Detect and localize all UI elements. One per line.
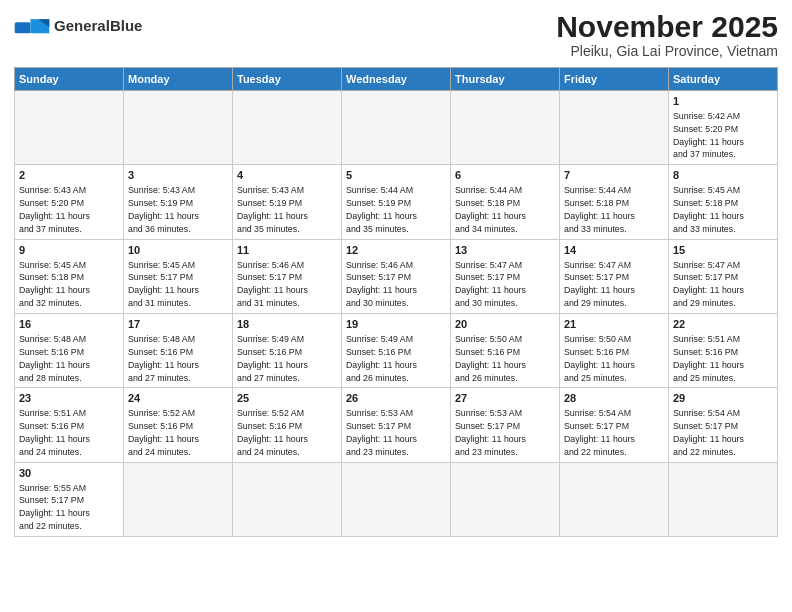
logo-blue-text: Blue — [110, 17, 143, 34]
calendar-cell: 9Sunrise: 5:45 AM Sunset: 5:18 PM Daylig… — [15, 239, 124, 313]
calendar-cell — [451, 91, 560, 165]
day-info: Sunrise: 5:46 AM Sunset: 5:17 PM Dayligh… — [346, 260, 417, 309]
week-row-1: 1Sunrise: 5:42 AM Sunset: 5:20 PM Daylig… — [15, 91, 778, 165]
calendar-cell — [560, 462, 669, 536]
calendar-table: SundayMondayTuesdayWednesdayThursdayFrid… — [14, 67, 778, 537]
day-info: Sunrise: 5:43 AM Sunset: 5:19 PM Dayligh… — [237, 185, 308, 234]
day-number: 18 — [237, 317, 337, 332]
generalblue-logo-icon — [14, 16, 50, 38]
weekday-header-friday: Friday — [560, 68, 669, 91]
day-info: Sunrise: 5:49 AM Sunset: 5:16 PM Dayligh… — [346, 334, 417, 383]
weekday-header-thursday: Thursday — [451, 68, 560, 91]
calendar-cell: 25Sunrise: 5:52 AM Sunset: 5:16 PM Dayli… — [233, 388, 342, 462]
calendar-cell: 17Sunrise: 5:48 AM Sunset: 5:16 PM Dayli… — [124, 314, 233, 388]
weekday-header-sunday: Sunday — [15, 68, 124, 91]
location-title: Pleiku, Gia Lai Province, Vietnam — [556, 43, 778, 59]
day-info: Sunrise: 5:42 AM Sunset: 5:20 PM Dayligh… — [673, 111, 744, 160]
logo-general-text: General — [54, 17, 110, 34]
day-number: 23 — [19, 391, 119, 406]
day-info: Sunrise: 5:52 AM Sunset: 5:16 PM Dayligh… — [128, 408, 199, 457]
day-number: 16 — [19, 317, 119, 332]
day-number: 2 — [19, 168, 119, 183]
calendar-cell: 2Sunrise: 5:43 AM Sunset: 5:20 PM Daylig… — [15, 165, 124, 239]
day-number: 15 — [673, 243, 773, 258]
logo-area: GeneralBlue — [14, 10, 142, 38]
day-number: 28 — [564, 391, 664, 406]
day-number: 14 — [564, 243, 664, 258]
calendar-cell: 16Sunrise: 5:48 AM Sunset: 5:16 PM Dayli… — [15, 314, 124, 388]
day-info: Sunrise: 5:43 AM Sunset: 5:19 PM Dayligh… — [128, 185, 199, 234]
calendar-cell: 6Sunrise: 5:44 AM Sunset: 5:18 PM Daylig… — [451, 165, 560, 239]
calendar-cell: 18Sunrise: 5:49 AM Sunset: 5:16 PM Dayli… — [233, 314, 342, 388]
month-title: November 2025 — [556, 10, 778, 43]
calendar-cell: 26Sunrise: 5:53 AM Sunset: 5:17 PM Dayli… — [342, 388, 451, 462]
day-number: 8 — [673, 168, 773, 183]
calendar-cell: 3Sunrise: 5:43 AM Sunset: 5:19 PM Daylig… — [124, 165, 233, 239]
calendar-cell — [124, 91, 233, 165]
day-number: 3 — [128, 168, 228, 183]
day-number: 26 — [346, 391, 446, 406]
calendar-cell — [124, 462, 233, 536]
day-number: 1 — [673, 94, 773, 109]
day-info: Sunrise: 5:51 AM Sunset: 5:16 PM Dayligh… — [19, 408, 90, 457]
day-info: Sunrise: 5:50 AM Sunset: 5:16 PM Dayligh… — [564, 334, 635, 383]
calendar-cell: 30Sunrise: 5:55 AM Sunset: 5:17 PM Dayli… — [15, 462, 124, 536]
calendar-cell — [233, 91, 342, 165]
calendar-cell — [342, 462, 451, 536]
day-info: Sunrise: 5:44 AM Sunset: 5:18 PM Dayligh… — [564, 185, 635, 234]
day-info: Sunrise: 5:55 AM Sunset: 5:17 PM Dayligh… — [19, 483, 90, 532]
day-info: Sunrise: 5:48 AM Sunset: 5:16 PM Dayligh… — [128, 334, 199, 383]
day-number: 27 — [455, 391, 555, 406]
calendar-cell: 24Sunrise: 5:52 AM Sunset: 5:16 PM Dayli… — [124, 388, 233, 462]
calendar-cell — [233, 462, 342, 536]
day-info: Sunrise: 5:46 AM Sunset: 5:17 PM Dayligh… — [237, 260, 308, 309]
calendar-cell: 15Sunrise: 5:47 AM Sunset: 5:17 PM Dayli… — [669, 239, 778, 313]
week-row-6: 30Sunrise: 5:55 AM Sunset: 5:17 PM Dayli… — [15, 462, 778, 536]
day-info: Sunrise: 5:43 AM Sunset: 5:20 PM Dayligh… — [19, 185, 90, 234]
calendar-cell — [342, 91, 451, 165]
day-number: 6 — [455, 168, 555, 183]
calendar-cell: 22Sunrise: 5:51 AM Sunset: 5:16 PM Dayli… — [669, 314, 778, 388]
calendar-cell: 11Sunrise: 5:46 AM Sunset: 5:17 PM Dayli… — [233, 239, 342, 313]
day-info: Sunrise: 5:47 AM Sunset: 5:17 PM Dayligh… — [673, 260, 744, 309]
calendar-cell: 19Sunrise: 5:49 AM Sunset: 5:16 PM Dayli… — [342, 314, 451, 388]
calendar-cell: 21Sunrise: 5:50 AM Sunset: 5:16 PM Dayli… — [560, 314, 669, 388]
day-number: 13 — [455, 243, 555, 258]
day-info: Sunrise: 5:51 AM Sunset: 5:16 PM Dayligh… — [673, 334, 744, 383]
day-number: 19 — [346, 317, 446, 332]
calendar-cell: 28Sunrise: 5:54 AM Sunset: 5:17 PM Dayli… — [560, 388, 669, 462]
day-number: 4 — [237, 168, 337, 183]
calendar-cell: 1Sunrise: 5:42 AM Sunset: 5:20 PM Daylig… — [669, 91, 778, 165]
calendar-cell: 20Sunrise: 5:50 AM Sunset: 5:16 PM Dayli… — [451, 314, 560, 388]
title-area: November 2025 Pleiku, Gia Lai Province, … — [556, 10, 778, 59]
calendar-cell — [560, 91, 669, 165]
day-number: 7 — [564, 168, 664, 183]
calendar-cell — [451, 462, 560, 536]
day-info: Sunrise: 5:54 AM Sunset: 5:17 PM Dayligh… — [673, 408, 744, 457]
calendar-cell: 12Sunrise: 5:46 AM Sunset: 5:17 PM Dayli… — [342, 239, 451, 313]
day-info: Sunrise: 5:54 AM Sunset: 5:17 PM Dayligh… — [564, 408, 635, 457]
day-number: 29 — [673, 391, 773, 406]
day-info: Sunrise: 5:53 AM Sunset: 5:17 PM Dayligh… — [455, 408, 526, 457]
day-info: Sunrise: 5:44 AM Sunset: 5:18 PM Dayligh… — [455, 185, 526, 234]
calendar-cell: 23Sunrise: 5:51 AM Sunset: 5:16 PM Dayli… — [15, 388, 124, 462]
day-info: Sunrise: 5:50 AM Sunset: 5:16 PM Dayligh… — [455, 334, 526, 383]
weekday-header-wednesday: Wednesday — [342, 68, 451, 91]
calendar-cell: 27Sunrise: 5:53 AM Sunset: 5:17 PM Dayli… — [451, 388, 560, 462]
day-number: 11 — [237, 243, 337, 258]
day-info: Sunrise: 5:52 AM Sunset: 5:16 PM Dayligh… — [237, 408, 308, 457]
calendar-cell: 14Sunrise: 5:47 AM Sunset: 5:17 PM Dayli… — [560, 239, 669, 313]
calendar-cell: 29Sunrise: 5:54 AM Sunset: 5:17 PM Dayli… — [669, 388, 778, 462]
week-row-4: 16Sunrise: 5:48 AM Sunset: 5:16 PM Dayli… — [15, 314, 778, 388]
weekday-header-tuesday: Tuesday — [233, 68, 342, 91]
calendar-cell: 4Sunrise: 5:43 AM Sunset: 5:19 PM Daylig… — [233, 165, 342, 239]
calendar-cell: 10Sunrise: 5:45 AM Sunset: 5:17 PM Dayli… — [124, 239, 233, 313]
day-info: Sunrise: 5:49 AM Sunset: 5:16 PM Dayligh… — [237, 334, 308, 383]
svg-rect-0 — [15, 22, 31, 33]
weekday-header-row: SundayMondayTuesdayWednesdayThursdayFrid… — [15, 68, 778, 91]
week-row-5: 23Sunrise: 5:51 AM Sunset: 5:16 PM Dayli… — [15, 388, 778, 462]
weekday-header-monday: Monday — [124, 68, 233, 91]
day-number: 24 — [128, 391, 228, 406]
day-info: Sunrise: 5:47 AM Sunset: 5:17 PM Dayligh… — [455, 260, 526, 309]
page: GeneralBlue November 2025 Pleiku, Gia La… — [0, 0, 792, 612]
